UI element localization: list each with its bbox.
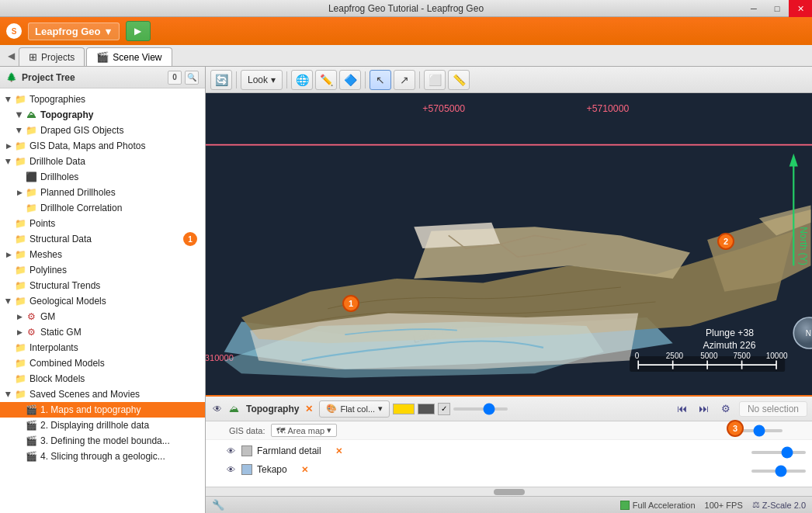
scroll-thumb[interactable] [494, 489, 525, 495]
tree-item-saved-scenes[interactable]: ▶ 📁 Saved Scenes and Movies [0, 386, 205, 402]
scene-view-tab-icon: 🎬 [96, 51, 109, 63]
svg-text:0: 0 [635, 352, 640, 360]
status-icon: 🔧 [212, 499, 224, 511]
tree-item-combined-models[interactable]: ▶ 📁 Combined Models [0, 355, 205, 371]
folder-icon-saved-scenes: 📁 [14, 388, 26, 400]
play-button[interactable]: ▶ [126, 21, 151, 41]
tree-item-drillhole-correlation[interactable]: ▶ 📁 Drillhole Correlation [0, 200, 205, 216]
topography-remove-button[interactable]: ✕ [302, 402, 316, 416]
toolbar-sep-1 [236, 71, 237, 88]
arrow-drillhole-data: ▶ [5, 156, 12, 167]
close-button[interactable]: ✕ [789, 0, 812, 17]
look-button[interactable]: Look ▾ [241, 70, 283, 90]
tekapo-remove-button[interactable]: ✕ [298, 463, 312, 477]
legend-item-tekapo[interactable]: 👁 Tekapo ✕ [206, 460, 812, 479]
arrow-meshes: ▶ [3, 251, 14, 258]
tree-item-structural-trends[interactable]: ▶ 📁 Structural Trends [0, 278, 205, 293]
arrow-draped-gis: ▶ [16, 125, 23, 136]
tab-arrow-left[interactable]: ◀ [3, 47, 19, 64]
toolbar-btn-rotate[interactable]: ↗ [394, 70, 415, 90]
toolbar-btn-box[interactable]: ⬜ [424, 70, 446, 90]
tree-item-interpolants[interactable]: ▶ 📁 Interpolants [0, 340, 205, 355]
toolbar-btn-ruler[interactable]: 📏 [448, 70, 470, 90]
topography-legend-row: 👁 ⛰ Topography ✕ 🎨 Flat col... ▾ ✓ ⏮ ⏭ [206, 397, 812, 421]
tree-item-gis-maps[interactable]: ▶ 📁 GIS Data, Maps and Photos [0, 138, 205, 154]
gis-map-icon: 🗺 [276, 426, 285, 435]
tree-item-block-models[interactable]: ▶ 📁 Block Models [0, 371, 205, 386]
projects-tab-label: Projects [41, 52, 75, 63]
look-label: Look [248, 75, 268, 85]
checkbox-1[interactable]: ✓ [438, 403, 450, 415]
color-button[interactable]: 🎨 Flat col... ▾ [319, 400, 390, 418]
tree-item-scene2[interactable]: ▶ 🎬 2. Displaying drillhole data [0, 418, 205, 433]
color-swatch-yellow[interactable] [393, 404, 415, 414]
minimize-button[interactable]: ─ [742, 0, 765, 17]
tree-label-structural-data: Structural Data [29, 234, 92, 244]
tree-item-gm[interactable]: ▶ ⚙ GM [0, 309, 205, 324]
scene-icon-1: 🎬 [25, 404, 37, 416]
tree-item-meshes[interactable]: ▶ 📁 Meshes [0, 247, 205, 262]
farmland-slider-area [751, 445, 806, 456]
folder-icon-points: 📁 [14, 217, 26, 230]
status-bar: 🔧 Full Acceleration 100+ FPS ⚖ Z-Scale 2… [206, 496, 812, 513]
tree-item-drillhole-data[interactable]: ▶ 📁 Drillhole Data [0, 154, 205, 169]
tree-item-polylines[interactable]: ▶ 📁 Polylines [0, 262, 205, 278]
scene-refresh-button[interactable]: 🔄 [210, 70, 232, 90]
topography-visibility-toggle[interactable]: 👁 [210, 402, 224, 416]
maximize-button[interactable]: □ [765, 0, 789, 17]
app-name-button[interactable]: Leapfrog Geo ▾ [28, 23, 120, 40]
scene-icon-3: 🎬 [25, 435, 37, 447]
toolbar-btn-shape[interactable]: 🔷 [339, 70, 361, 90]
tree-item-maps-topo[interactable]: ▶ 🎬 1. Maps and topography [0, 402, 205, 418]
farmland-remove-button[interactable]: ✕ [332, 444, 346, 458]
viewport-3d[interactable]: +5705000 +5710000 East (X) 2310000 Lake … [206, 93, 812, 395]
gis-dropdown-value: Area map [287, 426, 324, 435]
toolbar-btn-pencil[interactable]: ✏️ [315, 70, 337, 90]
tree-label-structural-trends: Structural Trends [29, 280, 100, 291]
acceleration-indicator [620, 501, 630, 510]
legend-settings-button[interactable]: ⚙ [717, 400, 734, 418]
tree-item-structural-data[interactable]: ▶ 📁 Structural Data 1 [0, 231, 205, 247]
tree-item-static-gm[interactable]: ▶ ⚙ Static GM [0, 324, 205, 340]
toolbar-btn-globe[interactable]: 🌐 [291, 70, 313, 90]
tekapo-visibility-toggle[interactable]: 👁 [224, 463, 237, 476]
status-right: Full Acceleration 100+ FPS ⚖ Z-Scale 2.0 [620, 500, 806, 510]
tree-item-topography[interactable]: ▶ ⛰ Topography [0, 107, 205, 123]
folder-icon-structural-data: 📁 [14, 233, 26, 245]
svg-text:Azimuth 226: Azimuth 226 [703, 340, 756, 351]
flat-col-icon: 🎨 [326, 404, 337, 414]
topography-layer-label: Topography [246, 404, 299, 414]
tree-item-topographies[interactable]: ▶ 📁 Topographies [0, 92, 205, 107]
tab-scene-view[interactable]: 🎬 Scene View [86, 47, 172, 66]
tree-item-points[interactable]: ▶ 📁 Points [0, 216, 205, 231]
color-swatch-dark[interactable] [418, 404, 435, 414]
legend-prev-button[interactable]: ⏮ [674, 400, 691, 418]
tree-item-geological-models[interactable]: ▶ 📁 Geological Models [0, 293, 205, 309]
app-name-label: Leapfrog Geo [35, 26, 101, 37]
tree-item-scene4[interactable]: ▶ 🎬 4. Slicing through a geologic... [0, 449, 205, 464]
folder-icon-drillhole-correlation: 📁 [25, 202, 37, 214]
farmland-visibility-toggle[interactable]: 👁 [224, 445, 237, 457]
farmland-opacity-slider[interactable] [751, 451, 806, 454]
tree-label-planned-drillholes: Planned Drillholes [40, 187, 116, 198]
tree-item-planned-drillholes[interactable]: ▶ 📁 Planned Drillholes [0, 185, 205, 200]
toolbar-btn-cursor[interactable]: ↖ [370, 70, 391, 90]
legend-item-farmland[interactable]: 👁 Farmland detail ✕ [206, 442, 812, 460]
step-badge-3: 3 [727, 420, 744, 437]
horizontal-scrollbar[interactable] [206, 487, 812, 496]
tree-item-scene3[interactable]: ▶ 🎬 3. Defining the model bounda... [0, 433, 205, 449]
topography-opacity-slider[interactable] [453, 407, 508, 411]
folder-icon-interpolants: 📁 [14, 341, 26, 354]
search-button[interactable]: 🔍 [185, 71, 199, 85]
static-gm-icon: ⚙ [25, 326, 37, 338]
tree-item-draped-gis[interactable]: ▶ 📁 Draped GIS Objects [0, 123, 205, 138]
gis-dropdown[interactable]: 🗺 Area map ▾ [271, 424, 337, 437]
svg-text:N: N [806, 329, 811, 338]
tree-label-geological-models: Geological Models [29, 296, 106, 307]
play-icon: ▶ [134, 26, 141, 36]
zscale-button[interactable]: ⚖ Z-Scale 2.0 [752, 500, 806, 510]
tekapo-opacity-slider[interactable] [751, 470, 806, 473]
legend-next-button[interactable]: ⏭ [696, 400, 713, 418]
tree-item-drillholes[interactable]: ▶ ⬛ Drillholes [0, 169, 205, 185]
tab-projects[interactable]: ⊞ Projects [19, 47, 85, 66]
